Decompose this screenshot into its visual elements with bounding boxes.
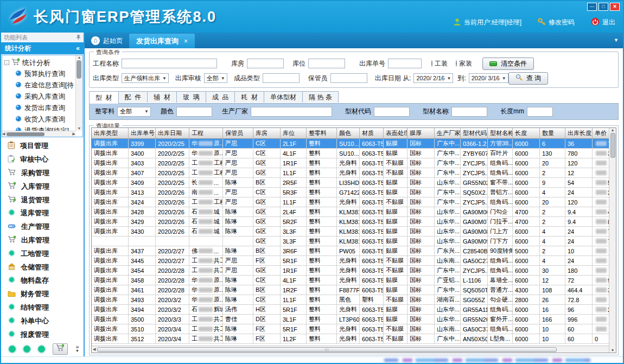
column-header[interactable]: 颜色	[337, 128, 360, 138]
material-tab[interactable]: 耗 材	[234, 91, 264, 103]
column-header[interactable]: 库位	[281, 128, 307, 138]
logout-button[interactable]: 退出	[591, 17, 615, 28]
tree-root-statistics[interactable]: - 统计分析	[4, 57, 75, 68]
results-horizontal-scrollbar[interactable]: ◀|||▶	[92, 346, 616, 353]
profile-code-input[interactable]	[374, 107, 410, 117]
table-row[interactable]: 调拨出库34002020/2/25华原...严思C区4L1F整料SU10...6…	[92, 149, 609, 158]
column-header[interactable]: 保管员	[223, 128, 253, 138]
sidebar-item-warehouse[interactable]: 仓储管理	[8, 263, 84, 272]
outbound-type-select[interactable]: 生产领料出库▼	[122, 73, 169, 83]
table-row[interactable]: 调拨出库34072020/2/25工工程严思G区1L1F整料光身料6063-T5…	[92, 168, 609, 178]
column-header[interactable]: 库房	[253, 128, 281, 138]
radio-work-clothes[interactable]	[431, 60, 432, 67]
column-header[interactable]: 出库类型	[92, 128, 129, 138]
close-button[interactable]: ✕	[610, 3, 620, 11]
sidebar-item-green-dot[interactable]: 物料盘存	[8, 276, 84, 285]
column-header[interactable]: 长度	[513, 128, 540, 138]
table-row[interactable]: 调拨出库34302020/2/26石城陈琳G区3L3F整料KLM38176063…	[92, 227, 609, 237]
column-header[interactable]: 出库日期	[156, 128, 189, 138]
radio-home-decoration[interactable]	[456, 60, 457, 67]
manufacturer-input[interactable]	[251, 107, 332, 117]
column-header[interactable]: 型材代码	[461, 128, 488, 138]
tree-vertical-scrollbar[interactable]: ▲▼	[75, 55, 82, 131]
column-header[interactable]: 出库长度	[565, 128, 593, 138]
project-name-input[interactable]	[122, 59, 217, 68]
table-row[interactable]: 调拨出库34372020/2/27佛...陈琳B区3R6F整料PW056063-…	[92, 246, 609, 256]
warehouse-input[interactable]	[247, 59, 284, 68]
table-row[interactable]: 调拨出库34292020/2/26石城陈琳G区5R2F整料KLM38176063…	[92, 217, 609, 227]
table-row[interactable]: 调拨出库35102020/3/4工共工程陈琳F区5R1F整料光身料6063-T5…	[92, 324, 609, 334]
column-header[interactable]: 数量	[540, 128, 565, 138]
clear-conditions-button[interactable]: 清空条件	[482, 58, 534, 70]
table-row[interactable]: 调拨出库34032020/2/25工工程严思G区1R1F整料光身料6063-T5…	[92, 158, 609, 168]
tab-close-icon[interactable]: ×	[184, 37, 188, 45]
table-row[interactable]: 调拨出库34452020/2/27工共工程严思F区5R1F整料光身料6063-T…	[92, 256, 609, 266]
table-row[interactable]: 调拨出库34932020/3/2华原...陈琳C区1L1F整料黑色塑料不贴膜国标…	[92, 295, 609, 305]
sidebar-item-green-dot[interactable]: 结转管理	[8, 303, 84, 312]
green-dot-icon[interactable]	[9, 346, 16, 353]
sidebar-item-machine[interactable]: 生产管理	[8, 222, 84, 232]
sidebar-item-green-dot[interactable]: 补单中心	[8, 316, 84, 326]
length-input[interactable]	[527, 107, 553, 117]
color-input[interactable]	[176, 107, 212, 117]
column-header[interactable]: 表面处理	[384, 128, 407, 138]
sidebar-item-green-dot[interactable]: 工地管理	[8, 249, 84, 259]
table-row[interactable]: 调拨出库34582020/2/28华原...陈琳C区4L1F整料光身料6063-…	[92, 276, 609, 285]
table-row[interactable]: 调拨出库34132020/2/26南...严思C区5R3F整料G71422606…	[92, 188, 609, 197]
material-tab[interactable]: 单体型材	[264, 91, 303, 103]
collapse-icon[interactable]: «	[76, 44, 80, 52]
material-tab[interactable]: 辅 材	[147, 91, 177, 103]
sidebar-item-cart-return[interactable]: 退货管理	[8, 195, 84, 205]
date-from-picker[interactable]: 2020/ 2/16▼	[413, 73, 453, 83]
table-row[interactable]: 调拨出库35002020/3/3工共工程曹佳D区3L1F整料LT3P606063…	[92, 315, 609, 324]
pin-icon[interactable]	[76, 34, 81, 41]
profile-name-input[interactable]	[451, 107, 487, 117]
tab-shipping-outbound-query[interactable]: 发货出库查询 ×	[129, 34, 195, 48]
table-row[interactable]: 调拨出库33992020/2/25华原...严思C区2L1F整料SU10...6…	[92, 139, 609, 149]
sidebar-item-cart-in[interactable]: 入库管理	[8, 182, 84, 191]
material-tab[interactable]: 配 件	[118, 91, 148, 103]
sidebar-item-cart-out[interactable]: 出库管理	[8, 235, 84, 245]
table-row[interactable]: G区3L3F整料KLM38176063-T5贴膜国标山东华...GA90M09.…	[92, 237, 609, 246]
change-password-button[interactable]: 修改密码	[538, 18, 575, 28]
material-tab[interactable]: 玻 璃	[176, 91, 206, 103]
date-to-picker[interactable]: 2020/ 3/16▼	[469, 73, 508, 83]
minimize-button[interactable]: —	[587, 3, 597, 11]
product-type-input[interactable]	[263, 73, 300, 83]
search-button[interactable]: 查 询	[508, 72, 548, 85]
table-row[interactable]: 调拨出库34542020/2/28工共工程严思G区1R1F整料光身料6063-T…	[92, 266, 609, 276]
material-tab[interactable]: 隔 热 条	[302, 91, 339, 103]
material-tab[interactable]: 型 材	[89, 91, 119, 104]
outbound-audit-select[interactable]: 全部▼	[204, 73, 227, 83]
column-header[interactable]: 膜厚	[407, 128, 435, 138]
tree-item[interactable]: 在途信息查询[待	[4, 80, 75, 91]
sidebar-section-header[interactable]: 统计分析 «	[1, 42, 84, 54]
results-vertical-scrollbar[interactable]: ▲▼	[609, 128, 616, 353]
tree-item[interactable]: 收货入库查询	[4, 114, 75, 125]
table-row[interactable]: 调拨出库34942020/3/2石辉城汤伟H区5R1F整料光身料6063-T5贴…	[92, 305, 609, 315]
sidebar-item-cart[interactable]: 采购管理	[8, 168, 84, 178]
tree-item[interactable]: 采购入库查询	[4, 91, 75, 103]
column-header[interactable]: 整零料	[307, 128, 337, 138]
cart-button[interactable]	[53, 343, 68, 355]
tabstrip-caret-icon[interactable]: ▼	[614, 37, 619, 43]
table-row[interactable]: 调拨出库34242020/2/26工工程严思G区1L1F整料光身料6063-T5…	[92, 197, 609, 207]
tab-home[interactable]: ⌂ 起始页	[85, 35, 129, 48]
tree-expander-icon[interactable]: -	[4, 60, 9, 65]
tree-item[interactable]: 发货出库查询	[4, 103, 75, 114]
tree-item[interactable]: 预算执行查询	[4, 68, 75, 80]
sidebar-item-green-dot[interactable]: 报废管理	[8, 330, 84, 340]
column-header[interactable]: 型材名称	[488, 128, 513, 138]
keeper-input[interactable]	[330, 73, 367, 83]
tree-item[interactable]: 退库管理[待定]	[4, 137, 75, 137]
location-input[interactable]	[308, 59, 345, 68]
whole-part-select[interactable]: 全部▼	[117, 107, 151, 117]
column-header[interactable]: 材质	[360, 128, 384, 138]
tree-horizontal-scrollbar[interactable]: ◀▶	[2, 131, 75, 137]
more-button[interactable]: »▼	[75, 345, 79, 353]
column-header[interactable]: 工程	[189, 128, 223, 138]
green-dot-icon[interactable]	[38, 346, 45, 353]
column-header[interactable]: 出库单号	[129, 128, 156, 138]
sidebar-item-folder[interactable]: 财务管理	[8, 289, 84, 299]
table-row[interactable]: 调拨出库34612020/2/28华原...陈琳B区1R2F整料F8877FT6…	[92, 285, 609, 295]
